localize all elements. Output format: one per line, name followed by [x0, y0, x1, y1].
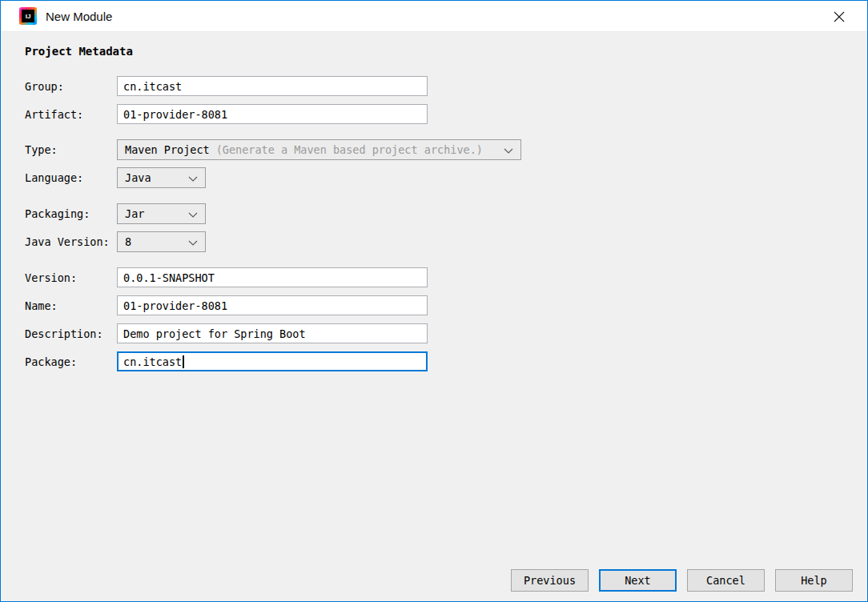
help-button[interactable]: Help — [775, 569, 853, 592]
package-label: Package: — [25, 355, 117, 368]
version-field[interactable] — [117, 267, 428, 287]
version-label: Version: — [25, 271, 117, 284]
packaging-label: Packaging: — [25, 207, 117, 220]
type-value: Maven Project — [125, 143, 210, 156]
text-cursor — [183, 355, 184, 368]
description-label: Description: — [25, 327, 117, 340]
artifact-row: Artifact: — [25, 104, 867, 124]
language-label: Language: — [25, 171, 117, 184]
language-row: Language: Java — [25, 167, 867, 188]
close-icon[interactable] — [822, 1, 856, 32]
java-version-label: Java Version: — [25, 235, 117, 248]
description-row: Description: — [25, 323, 867, 343]
type-row: Type: Maven Project (Generate a Maven ba… — [25, 139, 867, 160]
type-dropdown[interactable]: Maven Project (Generate a Maven based pr… — [117, 139, 521, 160]
package-value: cn.itcast — [123, 355, 182, 368]
java-version-dropdown[interactable]: 8 — [117, 231, 206, 252]
artifact-label: Artifact: — [25, 108, 117, 121]
intellij-idea-icon: IJ — [19, 7, 37, 25]
language-dropdown[interactable]: Java — [117, 167, 206, 188]
type-label: Type: — [25, 143, 117, 156]
packaging-dropdown[interactable]: Jar — [117, 203, 206, 224]
java-version-value: 8 — [125, 235, 131, 248]
package-row: Package: cn.itcast — [25, 351, 867, 371]
dialog-body: Project Metadata Group: Artifact: Type: … — [1, 32, 867, 371]
group-label: Group: — [25, 80, 117, 93]
packaging-row: Packaging: Jar — [25, 203, 867, 224]
new-module-dialog: { "window": { "title": "New Module" }, "… — [0, 0, 868, 602]
group-row: Group: — [25, 76, 867, 96]
title-bar: IJ New Module — [1, 1, 867, 32]
chevron-down-icon — [188, 171, 198, 184]
window-title: New Module — [46, 10, 112, 23]
name-field[interactable] — [117, 295, 428, 315]
chevron-down-icon — [188, 207, 198, 220]
name-row: Name: — [25, 295, 867, 315]
group-field[interactable] — [117, 76, 428, 96]
description-field[interactable] — [117, 323, 428, 343]
version-row: Version: — [25, 267, 867, 287]
next-button[interactable]: Next — [599, 569, 677, 592]
chevron-down-icon — [188, 235, 198, 248]
previous-button[interactable]: Previous — [511, 569, 589, 592]
language-value: Java — [125, 171, 151, 184]
dialog-button-bar: Previous Next Cancel Help — [511, 569, 853, 592]
section-heading: Project Metadata — [25, 32, 867, 58]
chevron-down-icon — [504, 143, 513, 156]
name-label: Name: — [25, 299, 117, 312]
artifact-field[interactable] — [117, 104, 428, 124]
packaging-value: Jar — [125, 207, 144, 220]
cancel-button[interactable]: Cancel — [687, 569, 765, 592]
package-field[interactable]: cn.itcast — [117, 351, 428, 371]
java-version-row: Java Version: 8 — [25, 231, 867, 252]
type-hint: (Generate a Maven based project archive.… — [216, 143, 483, 156]
